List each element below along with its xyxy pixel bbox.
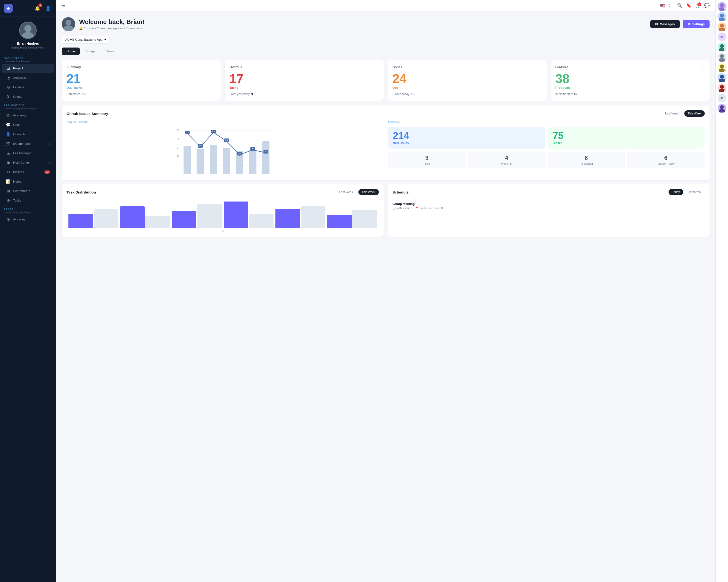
sidebar-item-tasks[interactable]: ⊙ Tasks — [2, 196, 54, 205]
project-selector[interactable]: ACME Corp. Backend App ▾ — [62, 36, 110, 44]
tab-last-week-task[interactable]: Last Week — [336, 189, 356, 195]
sidebar-item-scrumboard[interactable]: ⊞ Scrumboard — [2, 187, 54, 195]
chart-right: Overview 214 New Issues 75 Closed — [388, 120, 705, 175]
settings-button[interactable]: ⚙ Settings — [683, 20, 709, 28]
bell-icon: 🔔 — [79, 27, 83, 30]
search-icon[interactable]: 🔍 — [677, 3, 682, 8]
right-avatar-10[interactable]: M — [718, 93, 726, 102]
card-menu-icon[interactable]: ⋮ — [375, 65, 379, 70]
sidebar-item-helpcenter[interactable]: ◉ Help Center › — [2, 158, 54, 167]
svg-rect-22 — [262, 141, 269, 174]
sidebar-item-label: Crypto — [13, 95, 22, 99]
right-avatar-4[interactable]: M — [718, 32, 726, 41]
tab-tomorrow[interactable]: Tomorrow — [685, 189, 705, 195]
tab-bar: Home Budget Team — [62, 48, 709, 55]
new-issues-label: New Issues — [393, 141, 409, 145]
tab-this-week-task[interactable]: This Week — [358, 189, 379, 195]
right-avatar-3[interactable] — [718, 22, 726, 31]
sidebar-item-notes[interactable]: 📝 Notes — [2, 177, 54, 186]
chevron-right-icon[interactable]: › — [703, 204, 705, 208]
user-circle-icon[interactable]: 👤 — [44, 4, 52, 12]
cart-icon[interactable]: 🛒 5 — [696, 3, 700, 8]
tab-team[interactable]: Team — [101, 48, 119, 55]
sidebar-item-ecommerce[interactable]: 🛒 ECommerce › — [2, 139, 54, 148]
messages-icon[interactable]: 💬 — [704, 3, 709, 8]
stat-number: 24 — [392, 72, 542, 85]
sidebar-item-label: Academy — [13, 113, 26, 117]
tab-this-week[interactable]: This Week — [684, 110, 705, 117]
pages-sub: Custom made page designs — [4, 211, 52, 214]
sidebar-item-contacts[interactable]: 👤 Contacts — [2, 130, 54, 139]
sidebar-item-analytics[interactable]: ◔ Analytics — [2, 73, 54, 82]
stat-card-issues: Issues ⋮ 24 Open Closed today: 19 — [388, 60, 547, 101]
right-avatar-9[interactable] — [718, 83, 726, 92]
right-avatar-2[interactable] — [718, 12, 726, 21]
task-dist-title: Task Distribution — [67, 190, 96, 194]
applications-sub: Custom made application designs — [4, 107, 52, 110]
schedule-card: Schedule Today Tomorrow Group Meeting 🕐 … — [388, 184, 709, 237]
svg-point-39 — [213, 132, 214, 133]
bar-gray-5 — [301, 206, 325, 228]
right-avatar-11[interactable] — [718, 104, 726, 113]
welcome-left: Welcome back, Brian! 🔔 You have 2 new me… — [62, 17, 145, 31]
right-avatar-5[interactable] — [718, 43, 726, 51]
notification-bell[interactable]: 🔔 3 — [33, 4, 41, 12]
tab-last-week[interactable]: Last Week — [662, 110, 682, 117]
right-avatar-1[interactable] — [718, 2, 726, 11]
user-name: Brian Hughes — [17, 41, 39, 45]
overview-label: Overview — [388, 120, 705, 124]
stat-card-summary: Summary ⋮ 21 Due Tasks Completed: 13 — [62, 60, 221, 101]
topbar-left: ☰ — [62, 3, 66, 8]
new-issues-card: 214 New Issues — [388, 127, 545, 149]
applications-section: APPLICATIONS Custom made application des… — [0, 101, 56, 111]
hamburger-icon[interactable]: ☰ — [62, 3, 66, 8]
task-dist-label: 40 — [67, 229, 379, 232]
tab-home[interactable]: Home — [62, 48, 80, 55]
card-menu-icon[interactable]: ⋮ — [701, 65, 705, 70]
sidebar-item-mailbox[interactable]: ✉ Mailbox 27 — [2, 168, 54, 176]
right-avatar-8[interactable] — [718, 73, 726, 82]
tab-budget[interactable]: Budget — [81, 48, 101, 55]
bar-group-1 — [69, 209, 118, 228]
bar-gray-4 — [249, 214, 274, 228]
analytics-icon: ◔ — [6, 76, 11, 80]
sidebar-item-project[interactable]: ☑ Project — [2, 64, 54, 73]
sidebar-item-label: Tasks — [13, 199, 21, 202]
project-selector-label: ACME Corp. Backend App — [65, 38, 102, 41]
flag-icon[interactable]: 🇺🇸 — [660, 3, 666, 8]
logo-icon[interactable]: ◆ — [4, 4, 12, 12]
sidebar-item-activities[interactable]: ⊙ Activities — [2, 215, 54, 224]
card-menu-icon[interactable]: ⋮ — [538, 65, 542, 70]
right-avatar-6[interactable] — [718, 53, 726, 62]
chart-area: 0 9 18 27 36 45 — [67, 127, 383, 175]
reopened-label: Re-opened — [579, 162, 593, 165]
sidebar-item-chat[interactable]: 💬 Chat — [2, 120, 54, 129]
fixed-number: 3 — [425, 155, 428, 161]
card-title: Issues — [392, 65, 402, 69]
svg-point-56 — [719, 28, 725, 31]
notes-icon: 📝 — [6, 179, 11, 184]
schedule-meta: 🕐 in 32 minutes 📍 Conference room 1B — [392, 206, 444, 210]
expand-icon[interactable]: ⛶ — [669, 3, 673, 8]
card-menu-icon[interactable]: ⋮ — [212, 65, 216, 70]
sidebar-item-finance[interactable]: ⊙ Finance — [2, 83, 54, 92]
bar-group-3 — [172, 204, 222, 228]
task-dist-tabs: Last Week This Week — [336, 189, 379, 195]
sidebar-item-filemanager[interactable]: ☁ File Manager — [2, 149, 54, 158]
wontfix-number: 4 — [505, 155, 508, 161]
svg-point-67 — [720, 105, 724, 109]
bar-blue-4 — [224, 201, 248, 228]
tab-today[interactable]: Today — [669, 189, 683, 195]
dashboards-section: DASHBOARDS Unique dashboard designs — [0, 54, 56, 63]
right-avatar-7[interactable] — [718, 63, 726, 72]
sidebar-item-crypto[interactable]: $ Crypto — [2, 92, 54, 101]
location-icon: 📍 Conference room 1B — [415, 206, 444, 210]
closed-issues-card: 75 Closed — [548, 127, 705, 149]
messages-button[interactable]: ✉ Messages — [650, 20, 680, 28]
sidebar-item-label: File Manager — [13, 151, 31, 155]
bookmark-icon[interactable]: 🔖 — [686, 3, 692, 8]
sidebar-item-academy[interactable]: 🎓 Academy — [2, 111, 54, 120]
card-title: Features — [555, 65, 569, 69]
content-area: Welcome back, Brian! 🔔 You have 2 new me… — [56, 11, 716, 243]
activities-icon: ⊙ — [6, 217, 11, 222]
